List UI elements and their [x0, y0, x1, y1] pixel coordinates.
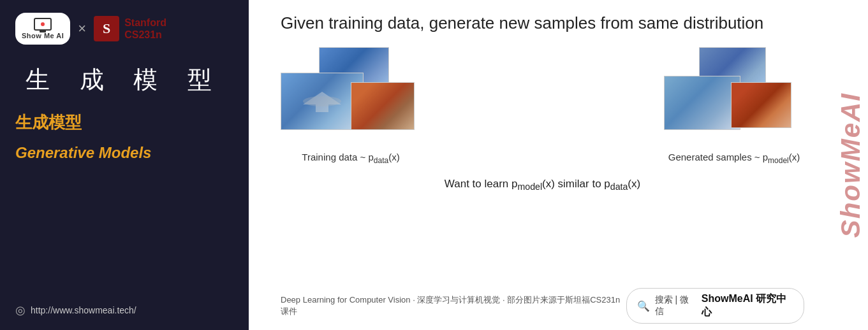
footer-citation: Deep Learning for Computer Vision · 深度学习… — [281, 295, 620, 316]
training-data-group: Training data ~ pdata(x) — [281, 47, 421, 165]
search-brand: ShowMeAI 研究中心 — [702, 292, 793, 319]
logo-icon-row — [34, 18, 52, 31]
training-caption: Training data ~ pdata(x) — [302, 152, 399, 165]
bottom-text-2: (x) similar to p — [542, 178, 610, 190]
footer-row: Deep Learning for Computer Vision · 深度学习… — [281, 282, 842, 324]
generated-caption-text: Generated samples ~ p — [668, 152, 768, 162]
website-row: ◎ http://www.showmeai.tech/ — [15, 303, 233, 317]
training-image-stack — [281, 47, 421, 143]
generated-caption: Generated samples ~ pmodel(x) — [668, 152, 800, 165]
search-label: 搜索 | 微信 — [655, 294, 696, 317]
chinese-subtitle: 生成模型 — [15, 111, 233, 134]
showmeai-logo: Show Me AI — [15, 13, 70, 45]
plane-svg — [297, 85, 348, 117]
stanford-initial: S — [94, 16, 119, 41]
english-subtitle: Generative Models — [15, 144, 233, 162]
training-caption-text: Training data ~ p — [302, 152, 373, 162]
globe-icon: ◎ — [15, 303, 26, 317]
times-symbol: × — [78, 20, 86, 37]
monitor-icon — [34, 18, 52, 31]
showmeai-logo-text: Show Me AI — [22, 32, 64, 39]
generated-img-plane — [664, 76, 740, 130]
generated-img-red — [731, 82, 791, 128]
training-caption-end: (x) — [388, 152, 400, 162]
bottom-text-3: (x) — [628, 178, 640, 190]
watermark: ShowMeAI — [833, 0, 868, 330]
stanford-text: Stanford CS231n — [124, 17, 166, 41]
footer-left-text: Deep Learning for Computer Vision · 深度学习… — [281, 294, 626, 317]
stanford-course: CS231n — [124, 29, 166, 41]
generated-image-stack — [664, 47, 804, 143]
training-img-bird — [351, 82, 415, 130]
svg-point-0 — [303, 96, 341, 106]
generated-caption-end: (x) — [789, 152, 800, 162]
images-row: Training data ~ pdata(x) Generated sampl… — [281, 47, 842, 165]
bottom-sub-1: model — [517, 182, 542, 192]
watermark-text: ShowMeAI — [835, 92, 866, 238]
generated-samples-group: Generated samples ~ pmodel(x) — [664, 47, 804, 165]
chinese-title: 生 成 模 型 — [15, 64, 233, 96]
logo-area: Show Me AI × S Stanford CS231n — [15, 13, 233, 45]
bottom-sub-2: data — [610, 182, 628, 192]
main-content: ShowMeAI Given training data, generate n… — [249, 0, 868, 330]
stanford-badge: S Stanford CS231n — [94, 16, 166, 41]
bottom-text-1: Want to learn p — [445, 178, 518, 190]
bottom-text: Want to learn pmodel(x) similar to pdata… — [281, 178, 842, 192]
monitor-dot — [41, 22, 45, 26]
training-caption-sub: data — [374, 156, 388, 165]
main-title: Given training data, generate new sample… — [281, 13, 842, 34]
search-box[interactable]: 🔍 搜索 | 微信 ShowMeAI 研究中心 — [626, 288, 804, 324]
search-icon: 🔍 — [637, 300, 650, 312]
sidebar: Show Me AI × S Stanford CS231n 生 成 模 型 生… — [0, 0, 249, 330]
website-url: http://www.showmeai.tech/ — [31, 305, 136, 315]
generated-caption-sub: model — [768, 156, 789, 165]
stanford-name: Stanford — [124, 17, 166, 29]
